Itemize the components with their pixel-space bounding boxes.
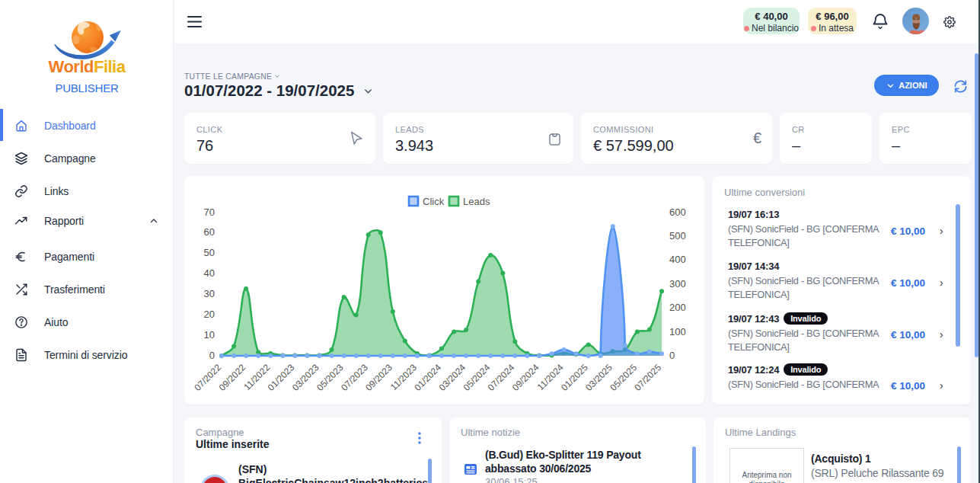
- svg-text:600: 600: [669, 206, 686, 218]
- svg-text:Leads: Leads: [463, 196, 490, 207]
- svg-text:30: 30: [204, 288, 215, 299]
- svg-text:09/2023: 09/2023: [363, 362, 394, 393]
- svg-text:20: 20: [204, 309, 215, 320]
- svg-text:100: 100: [669, 326, 686, 337]
- svg-text:200: 200: [669, 302, 686, 313]
- svg-text:09/2024: 09/2024: [510, 362, 541, 393]
- svg-text:07/2025: 07/2025: [633, 362, 664, 393]
- svg-text:500: 500: [669, 230, 686, 242]
- svg-text:09/2022: 09/2022: [217, 362, 248, 393]
- svg-text:Click: Click: [423, 196, 445, 207]
- svg-text:400: 400: [669, 254, 686, 265]
- svg-text:50: 50: [204, 247, 215, 258]
- svg-text:70: 70: [204, 206, 215, 218]
- svg-text:0: 0: [669, 350, 675, 361]
- svg-text:300: 300: [669, 278, 686, 289]
- svg-text:60: 60: [204, 226, 215, 238]
- svg-text:10: 10: [204, 329, 215, 341]
- svg-text:40: 40: [204, 267, 215, 279]
- svg-text:0: 0: [209, 350, 215, 361]
